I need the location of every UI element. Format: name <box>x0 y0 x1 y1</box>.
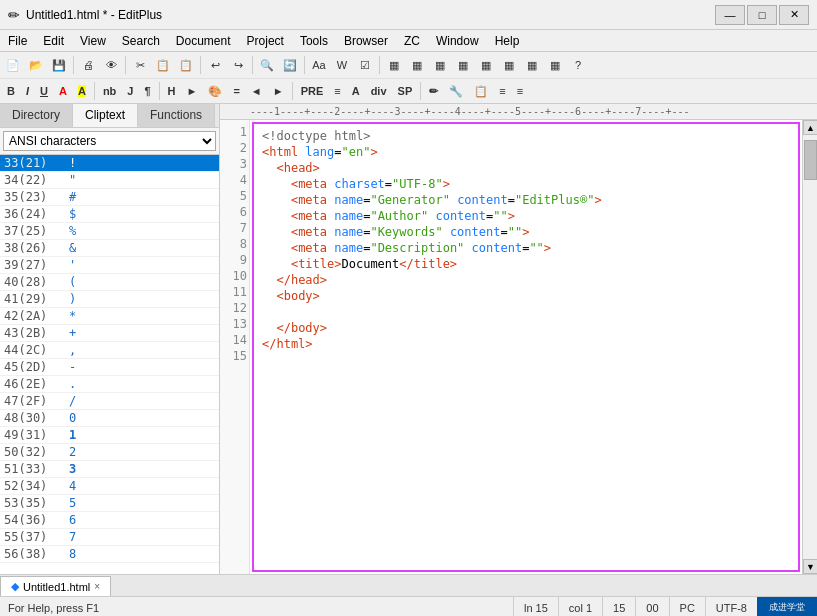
sp-button[interactable]: SP <box>393 81 418 101</box>
list-item[interactable]: 55(37) 7 <box>0 529 219 546</box>
list-item[interactable]: 56(38) 8 <box>0 546 219 563</box>
list-item[interactable]: 47(2F) / <box>0 393 219 410</box>
scroll-down-button[interactable]: ▼ <box>803 559 817 574</box>
doc-tab-close[interactable]: × <box>94 581 100 592</box>
menu-zc[interactable]: ZC <box>396 30 428 51</box>
tab-cliptext[interactable]: Cliptext <box>73 104 138 127</box>
list-item[interactable]: 37(25) % <box>0 223 219 240</box>
btn-b[interactable]: W <box>331 54 353 76</box>
btn-c[interactable]: ☑ <box>354 54 376 76</box>
list-item[interactable]: 45(2D) - <box>0 359 219 376</box>
edit-btn[interactable]: ✏ <box>424 81 443 101</box>
list-item[interactable]: 50(32) 2 <box>0 444 219 461</box>
btn-g[interactable]: ▦ <box>452 54 474 76</box>
minimize-button[interactable]: — <box>715 5 745 25</box>
status-encoding: UTF-8 <box>705 597 757 617</box>
print-button[interactable]: 🖨 <box>77 54 99 76</box>
menu-project[interactable]: Project <box>239 30 292 51</box>
menu-help[interactable]: Help <box>487 30 528 51</box>
list-item[interactable]: 51(33) 3 <box>0 461 219 478</box>
list-item[interactable]: 53(35) 5 <box>0 495 219 512</box>
maximize-button[interactable]: □ <box>747 5 777 25</box>
list-item[interactable]: 49(31) 1 <box>0 427 219 444</box>
link-button[interactable]: ► <box>182 81 203 101</box>
list-item[interactable]: 35(23) # <box>0 189 219 206</box>
list-item[interactable]: 36(24) $ <box>0 206 219 223</box>
scroll-thumb[interactable] <box>804 140 817 180</box>
cut-button[interactable]: ✂ <box>129 54 151 76</box>
btn-h[interactable]: ▦ <box>475 54 497 76</box>
nbsp-button[interactable]: nb <box>98 81 121 101</box>
config-btn[interactable]: 🔧 <box>444 81 468 101</box>
btn-e[interactable]: ▦ <box>406 54 428 76</box>
list-item[interactable]: 46(2E) . <box>0 376 219 393</box>
tab-functions[interactable]: Functions <box>138 104 215 127</box>
paragraph-button[interactable]: ¶ <box>139 81 155 101</box>
list-item[interactable]: 52(34) 4 <box>0 478 219 495</box>
pre-button[interactable]: PRE <box>296 81 329 101</box>
btn-k[interactable]: ▦ <box>544 54 566 76</box>
list-item[interactable]: 40(28) ( <box>0 274 219 291</box>
bold-button[interactable]: B <box>2 81 20 101</box>
btn-d[interactable]: ▦ <box>383 54 405 76</box>
save-button[interactable]: 💾 <box>48 54 70 76</box>
btn-i[interactable]: ▦ <box>498 54 520 76</box>
list-item[interactable]: 48(30) 0 <box>0 410 219 427</box>
rule-button[interactable]: = <box>228 81 244 101</box>
tab-directory[interactable]: Directory <box>0 104 73 127</box>
code-editor[interactable]: <!doctype html> <html lang="en"> <head> … <box>252 122 800 572</box>
list-item[interactable]: 43(2B) + <box>0 325 219 342</box>
font-color-button[interactable]: A <box>54 81 72 101</box>
btn-f[interactable]: ▦ <box>429 54 451 76</box>
list-item[interactable]: 38(26) & <box>0 240 219 257</box>
list-item[interactable]: 41(29) ) <box>0 291 219 308</box>
vertical-scrollbar[interactable]: ▲ ▼ <box>802 120 817 574</box>
menu-tools[interactable]: Tools <box>292 30 336 51</box>
list-item[interactable]: 54(36) 6 <box>0 512 219 529</box>
new-button[interactable]: 📄 <box>2 54 24 76</box>
justify-button[interactable]: J <box>122 81 138 101</box>
list-item[interactable]: 34(22) " <box>0 172 219 189</box>
btn-a[interactable]: Aa <box>308 54 330 76</box>
copy-button[interactable]: 📋 <box>152 54 174 76</box>
fwd-button[interactable]: ► <box>268 81 289 101</box>
list-item[interactable]: 39(27) ' <box>0 257 219 274</box>
list3-btn[interactable]: ≡ <box>512 81 528 101</box>
menu-document[interactable]: Document <box>168 30 239 51</box>
open-button[interactable]: 📂 <box>25 54 47 76</box>
status-num1: 15 <box>602 597 635 617</box>
paste-button[interactable]: 📋 <box>175 54 197 76</box>
color-button[interactable]: 🎨 <box>203 81 227 101</box>
undo-button[interactable]: ↩ <box>204 54 226 76</box>
replace-button[interactable]: 🔄 <box>279 54 301 76</box>
list-button[interactable]: ≡ <box>329 81 345 101</box>
preview-button[interactable]: 👁 <box>100 54 122 76</box>
scroll-up-button[interactable]: ▲ <box>803 120 817 135</box>
italic-button[interactable]: I <box>21 81 34 101</box>
menu-edit[interactable]: Edit <box>35 30 72 51</box>
menu-window[interactable]: Window <box>428 30 487 51</box>
highlight-button[interactable]: A <box>73 81 91 101</box>
btn-j[interactable]: ▦ <box>521 54 543 76</box>
list-item[interactable]: 44(2C) , <box>0 342 219 359</box>
find-button[interactable]: 🔍 <box>256 54 278 76</box>
btn-help[interactable]: ? <box>567 54 589 76</box>
clip-btn[interactable]: 📋 <box>469 81 493 101</box>
list-item[interactable]: 42(2A) * <box>0 308 219 325</box>
doc-tab-untitled1[interactable]: ◆ Untitled1.html × <box>0 576 111 596</box>
close-button[interactable]: ✕ <box>779 5 809 25</box>
list-item[interactable]: 33(21) ! <box>0 155 219 172</box>
menu-view[interactable]: View <box>72 30 114 51</box>
ansi-dropdown[interactable]: ANSI characters <box>3 131 216 151</box>
underline-button[interactable]: U <box>35 81 53 101</box>
redo-button[interactable]: ↪ <box>227 54 249 76</box>
align-button[interactable]: A <box>347 81 365 101</box>
menu-browser[interactable]: Browser <box>336 30 396 51</box>
div-button[interactable]: div <box>366 81 392 101</box>
menu-search[interactable]: Search <box>114 30 168 51</box>
char-list[interactable]: 33(21) ! 34(22) " 35(23) # 36(24) $ 37(2… <box>0 155 219 574</box>
heading-button[interactable]: H <box>163 81 181 101</box>
menu-file[interactable]: File <box>0 30 35 51</box>
back-button[interactable]: ◄ <box>246 81 267 101</box>
list2-btn[interactable]: ≡ <box>494 81 510 101</box>
